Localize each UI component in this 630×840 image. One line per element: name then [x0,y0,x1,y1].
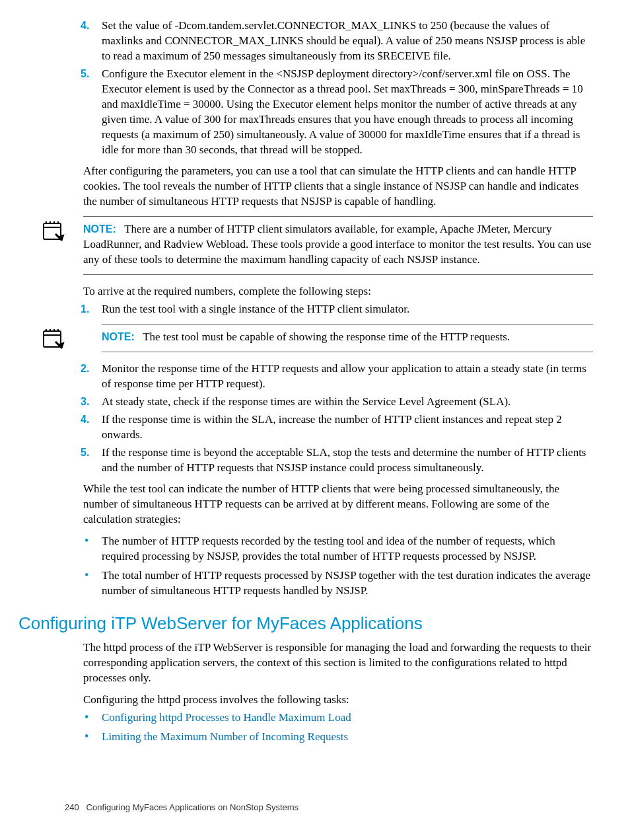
list-item: 2. Monitor the response time of the HTTP… [65,362,593,392]
list-marker: 2. [81,362,89,376]
page-footer: 240 Configuring MyFaces Applications on … [65,802,298,814]
paragraph: After configuring the parameters, you ca… [83,164,593,210]
link-text[interactable]: Limiting the Maximum Number of Incoming … [102,730,348,743]
list-text: If the response time is beyond the accep… [102,446,586,474]
list-text: At steady state, check if the response t… [102,395,510,408]
list-marker: 4. [81,19,89,33]
note-icon [40,327,66,351]
list-marker: 5. [81,445,89,460]
paragraph: The httpd process of the iTP WebServer i… [83,640,593,686]
list-marker: 4. [81,412,89,427]
list-item: 4. If the response time is within the SL… [65,412,593,443]
list-item: 4. Set the value of -Dcom.tandem.servlet… [65,19,593,64]
link-text[interactable]: Configuring httpd Processes to Handle Ma… [102,711,351,724]
list-item: The total number of HTTP requests proces… [65,568,593,599]
list-text: Configure the Executor element in the <N… [102,67,583,156]
list-item: Limiting the Maximum Number of Incoming … [65,730,593,745]
list-item: 5. If the response time is beyond the ac… [65,445,593,476]
list-item: Configuring httpd Processes to Handle Ma… [65,710,593,726]
list-marker: 3. [81,395,89,409]
paragraph: To arrive at the required numbers, compl… [83,284,593,299]
bullet-list-calc: The number of HTTP requests recorded by … [65,534,593,599]
note-body: The test tool must be capable of showing… [143,330,510,343]
list-marker: 5. [81,67,89,81]
note-block: NOTE: There are a number of HTTP client … [83,216,593,275]
paragraph: Configuring the httpd process involves t… [83,693,593,708]
list-marker: 1. [81,302,89,317]
list-text: Set the value of -Dcom.tandem.servlet.CO… [102,19,585,62]
list-item: 1. Run the test tool with a single insta… [65,302,593,317]
footer-title: Configuring MyFaces Applications on NonS… [87,802,299,812]
bullet-list-links: Configuring httpd Processes to Handle Ma… [65,710,593,745]
ordered-list-b2: 2. Monitor the response time of the HTTP… [65,362,593,476]
list-text: The number of HTTP requests recorded by … [102,535,555,562]
page-content: 4. Set the value of -Dcom.tandem.servlet… [65,19,593,745]
list-text: Run the test tool with a single instance… [102,303,409,315]
note-block-inline: NOTE: The test tool must be capable of s… [102,324,593,352]
ordered-list-b1: 1. Run the test tool with a single insta… [65,302,593,317]
list-text: Monitor the response time of the HTTP re… [102,362,586,390]
list-item: 3. At steady state, check if the respons… [65,395,593,410]
list-item: 5. Configure the Executor element in the… [65,67,593,158]
page-number: 240 [65,802,79,812]
list-item: The number of HTTP requests recorded by … [65,534,593,564]
note-label: NOTE: [102,331,135,342]
list-text: The total number of HTTP requests proces… [102,569,590,597]
paragraph: While the test tool can indicate the num… [83,482,593,527]
section-heading: Configuring iTP WebServer for MyFaces Ap… [18,612,593,635]
note-body: There are a number of HTTP client simula… [83,223,591,266]
ordered-list-a: 4. Set the value of -Dcom.tandem.servlet… [65,19,593,157]
list-text: If the response time is within the SLA, … [102,413,562,441]
note-text: NOTE: The test tool must be capable of s… [102,330,593,345]
note-icon [40,219,66,243]
note-text: NOTE: There are a number of HTTP client … [83,222,593,268]
note-label: NOTE: [83,223,116,235]
